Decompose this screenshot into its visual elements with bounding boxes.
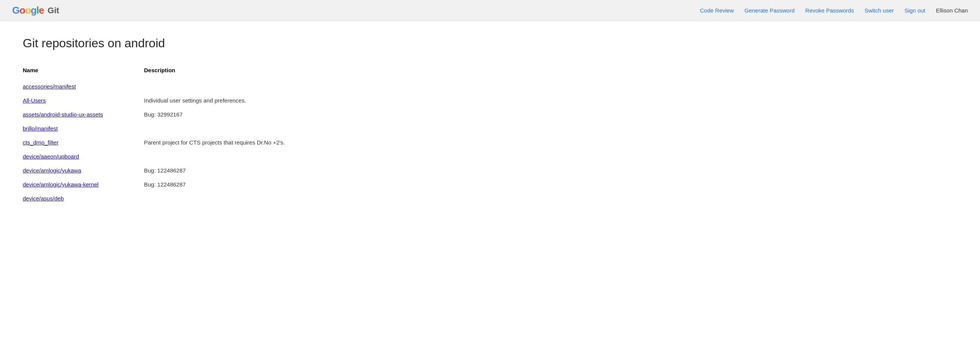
table-row: accessories/manifest	[23, 79, 957, 93]
repo-description-cell	[144, 191, 957, 206]
git-logo-text: Git	[48, 6, 59, 16]
repo-description-cell: Bug: 32992167	[144, 108, 957, 122]
repo-link[interactable]: cts_drno_filter	[23, 139, 58, 146]
top-nav: Code Review Generate Password Revoke Pas…	[700, 7, 968, 14]
repo-name-cell: cts_drno_filter	[23, 135, 144, 149]
repo-description-cell: Parent project for CTS projects that req…	[144, 135, 957, 149]
repo-link[interactable]: device/amlogic/yukawa-kernel	[23, 181, 99, 188]
repo-name-cell: assets/android-studio-ux-assets	[23, 108, 144, 122]
repo-link[interactable]: device/amlogic/yukawa	[23, 167, 81, 174]
switch-user-link[interactable]: Switch user	[864, 7, 894, 14]
sign-out-link[interactable]: Sign out	[905, 7, 926, 14]
table-row: brillo/manifest	[23, 122, 957, 135]
repo-description-cell	[144, 122, 957, 135]
table-row: cts_drno_filterParent project for CTS pr…	[23, 135, 957, 149]
repo-description-cell	[144, 149, 957, 163]
repo-name-cell: All-Users	[23, 93, 144, 108]
revoke-passwords-link[interactable]: Revoke Passwords	[805, 7, 854, 14]
repo-link[interactable]: brillo/manifest	[23, 125, 58, 131]
repo-link[interactable]: assets/android-studio-ux-assets	[23, 111, 103, 118]
logo-area: Google Git	[12, 5, 59, 16]
col-header-description: Description	[144, 64, 957, 79]
repo-name-cell: device/amlogic/yukawa	[23, 163, 144, 177]
table-row: device/amlogic/yukawa-kernelBug: 1224862…	[23, 177, 957, 191]
col-header-name: Name	[23, 64, 144, 79]
repo-link[interactable]: device/asus/deb	[23, 195, 64, 202]
repo-name-cell: brillo/manifest	[23, 122, 144, 135]
table-row: All-UsersIndividual user settings and pr…	[23, 93, 957, 108]
generate-password-link[interactable]: Generate Password	[744, 7, 795, 14]
repo-name-cell: device/asus/deb	[23, 191, 144, 206]
repo-name-cell: device/amlogic/yukawa-kernel	[23, 177, 144, 191]
site-header: Google Git Code Review Generate Password…	[0, 0, 980, 21]
table-row: device/aaeon/upboard	[23, 149, 957, 163]
repo-link[interactable]: accessories/manifest	[23, 83, 76, 90]
repo-link[interactable]: device/aaeon/upboard	[23, 153, 79, 160]
repo-description-cell: Bug: 122486287	[144, 177, 957, 191]
google-logo: Google	[12, 5, 44, 16]
user-name: Ellison Chan	[936, 7, 968, 14]
main-content: Git repositories on android Name Descrip…	[0, 21, 980, 220]
repo-description-cell	[144, 79, 957, 93]
table-row: assets/android-studio-ux-assetsBug: 3299…	[23, 108, 957, 122]
table-row: device/asus/deb	[23, 191, 957, 206]
repo-name-cell: accessories/manifest	[23, 79, 144, 93]
repo-description-cell: Individual user settings and preferences…	[144, 93, 957, 108]
repo-name-cell: device/aaeon/upboard	[23, 149, 144, 163]
table-row: device/amlogic/yukawaBug: 122486287	[23, 163, 957, 177]
code-review-link[interactable]: Code Review	[700, 7, 734, 14]
repo-link[interactable]: All-Users	[23, 97, 46, 104]
repo-table: Name Description accessories/manifestAll…	[23, 64, 957, 206]
repo-description-cell: Bug: 122486287	[144, 163, 957, 177]
page-title: Git repositories on android	[23, 36, 957, 50]
